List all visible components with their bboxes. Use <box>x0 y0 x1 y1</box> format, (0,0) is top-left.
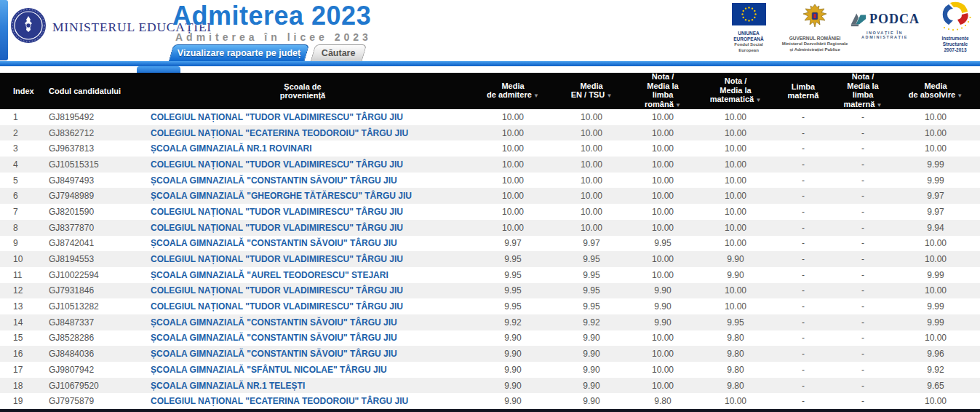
cell-code: GJ8497493 <box>40 173 136 189</box>
footer-bar <box>0 409 980 412</box>
cell-school: ȘCOALA GIMNAZIALĂ "GHEORGHE TĂTĂRESCU" T… <box>136 188 469 204</box>
school-link[interactable]: COLEGIUL NAȚIONAL "TUDOR VLADIMIRESCU" T… <box>151 207 403 217</box>
cell-value: - <box>834 220 891 236</box>
cell-value: 9.99 <box>891 157 980 173</box>
table-row: 16GJ8484036ȘCOALA GIMNAZIALĂ "CONSTANTIN… <box>0 346 980 362</box>
school-link[interactable]: COLEGIUL NAȚIONAL "TUDOR VLADIMIRESCU" T… <box>151 159 403 170</box>
cell-value: 9.95 <box>557 298 626 314</box>
cell-value: 9.99 <box>891 173 980 189</box>
eu-flag-icon <box>732 3 766 25</box>
cell-code: GJ9807942 <box>40 362 136 378</box>
cell-value: - <box>772 346 834 362</box>
school-link[interactable]: COLEGIUL NAȚIONAL "TUDOR VLADIMIRESCU" T… <box>151 223 403 233</box>
cell-value: 9.90 <box>469 346 557 362</box>
column-header-nota-media-limba-romana[interactable]: Nota /Media lalimbaromână ▼ <box>626 73 699 109</box>
cell-value: 10.00 <box>557 109 626 125</box>
sort-arrow-icon: ▼ <box>532 92 539 99</box>
cell-value: 9.95 <box>469 283 557 299</box>
cell-code: GJ8742041 <box>40 236 136 252</box>
podca-icon <box>850 10 867 28</box>
school-link[interactable]: ȘCOALA GIMNAZIALĂ "CONSTANTIN SĂVOIU" TÂ… <box>151 175 397 186</box>
school-link[interactable]: ȘCOALA GIMNAZIALĂ "GHEORGHE TĂTĂRESCU" T… <box>151 191 412 201</box>
column-header-limba-materna: Limbamaternă <box>772 73 834 109</box>
cell-code: GJ8194553 <box>40 251 136 267</box>
cell-value: 9.97 <box>557 236 626 252</box>
cell-value: 10.00 <box>891 125 980 141</box>
cell-value: 10.00 <box>699 236 772 252</box>
cell-value: 9.65 <box>891 378 980 394</box>
structural-instruments-icon <box>939 0 972 31</box>
school-link[interactable]: COLEGIUL NAȚIONAL "ECATERINA TEODOROIU" … <box>151 396 408 406</box>
cell-value: 10.00 <box>699 188 772 204</box>
cell-index: 18 <box>0 378 40 394</box>
page-title: Admiterea 2023 <box>172 1 371 31</box>
school-link[interactable]: ȘCOALA GIMNAZIALĂ "AUREL TEODORESCU" STE… <box>151 270 389 280</box>
school-link[interactable]: COLEGIUL NAȚIONAL "TUDOR VLADIMIRESCU" T… <box>151 112 403 122</box>
cell-value: - <box>772 378 834 394</box>
cell-value: 9.90 <box>626 283 699 299</box>
cell-value: 10.00 <box>699 393 772 409</box>
left-accent-bar <box>0 0 8 60</box>
school-link[interactable]: ȘCOALA GIMNAZIALĂ NR.1 TELEȘTI <box>151 381 305 391</box>
tab-vizualizare-rapoarte[interactable]: Vizualizare rapoarte pe județ <box>169 44 310 61</box>
gov-logo-caption3: și Administrației Publice <box>781 47 848 53</box>
cell-value: 10.00 <box>469 204 557 220</box>
column-header-media-de-admitere[interactable]: Mediade admitere ▼ <box>469 73 557 109</box>
tab-cautare[interactable]: Căutare <box>311 44 367 61</box>
cell-school: ȘCOALA GIMNAZIALĂ NR.1 ROVINARI <box>136 140 469 157</box>
cell-value: - <box>834 157 891 173</box>
school-link[interactable]: COLEGIUL NAȚIONAL "TUDOR VLADIMIRESCU" T… <box>151 301 403 312</box>
cell-value: 10.00 <box>699 220 772 236</box>
school-link[interactable]: COLEGIUL NAȚIONAL "TUDOR VLADIMIRESCU" T… <box>151 254 403 264</box>
column-header-nota-media-limba-materna[interactable]: Nota /Media lalimbamaternă ▼ <box>834 73 891 109</box>
sort-arrow-icon: ▼ <box>674 102 681 108</box>
school-link[interactable]: ȘCOALA GIMNAZIALĂ "CONSTANTIN SĂVOIU" TÂ… <box>151 317 397 328</box>
cell-value: 9.90 <box>557 346 626 362</box>
school-link[interactable]: ȘCOALA GIMNAZIALĂ "CONSTANTIN SĂVOIU" TÂ… <box>151 349 397 359</box>
cell-value: 10.00 <box>626 140 699 157</box>
cell-school: COLEGIUL NAȚIONAL "TUDOR VLADIMIRESCU" T… <box>136 157 469 173</box>
school-link[interactable]: ȘCOALA GIMNAZIALĂ NR.1 ROVINARI <box>151 143 312 154</box>
cell-index: 16 <box>0 346 40 362</box>
gov-logo-caption2: Ministerul Dezvoltării Regionale <box>781 41 848 47</box>
structural-logo-caption2: 2007-2013 <box>931 47 979 53</box>
hidden-control-peek <box>137 66 180 73</box>
cell-value: - <box>772 362 834 378</box>
cell-value: 9.96 <box>891 346 980 362</box>
column-header-media-de-absolvire[interactable]: Mediade absolvire ▼ <box>891 73 980 109</box>
cell-index: 15 <box>0 330 40 346</box>
cell-value: 9.80 <box>626 393 699 409</box>
cell-value: 9.90 <box>557 378 626 394</box>
cell-value: 10.00 <box>891 236 980 252</box>
cell-school: COLEGIUL NAȚIONAL "ECATERINA TEODOROIU" … <box>136 125 469 141</box>
cell-code: GJ8528286 <box>40 330 136 346</box>
eu-logo-caption2: Fondul Social European <box>726 42 771 53</box>
cell-value: 10.00 <box>469 173 557 189</box>
cell-value: - <box>772 220 834 236</box>
cell-value: 9.90 <box>699 251 772 267</box>
table-row: 14GJ8487337ȘCOALA GIMNAZIALĂ "CONSTANTIN… <box>0 314 980 330</box>
cell-code: GJ7975879 <box>40 393 136 409</box>
cell-value: 9.90 <box>557 393 626 409</box>
school-link[interactable]: ȘCOALA GIMNAZIALĂ "SFÂNTUL NICOLAE" TÂRG… <box>151 365 387 375</box>
cell-value: 10.00 <box>626 173 699 189</box>
school-link[interactable]: COLEGIUL NAȚIONAL "TUDOR VLADIMIRESCU" T… <box>151 285 403 296</box>
column-header-nota-media-matematica[interactable]: Nota /Media lamatematică ▼ <box>699 73 772 109</box>
cell-value: 10.00 <box>557 140 626 157</box>
podca-logo-block: PODCA INOVAȚIE ÎN ADMINISTRAȚIE <box>850 10 920 39</box>
cell-value: - <box>834 393 891 409</box>
school-link[interactable]: ȘCOALA GIMNAZIALĂ "CONSTANTIN SĂVOIU" TÂ… <box>151 238 397 248</box>
cell-code: GJ8362712 <box>40 125 136 141</box>
table-row: 11GJ10022594ȘCOALA GIMNAZIALĂ "AUREL TEO… <box>0 267 980 283</box>
cell-code: GJ10513282 <box>40 298 136 314</box>
cell-value: 10.00 <box>699 204 772 220</box>
cell-value: 9.95 <box>557 283 626 299</box>
cell-index: 12 <box>0 283 40 299</box>
cell-code: GJ8201590 <box>40 204 136 220</box>
school-link[interactable]: ȘCOALA GIMNAZIALĂ "CONSTANTIN SĂVOIU" TÂ… <box>151 333 397 343</box>
column-header-media-en-tsu[interactable]: MediaEN / TSU ▼ <box>557 73 626 109</box>
cell-value: 9.94 <box>891 220 980 236</box>
structural-logo-caption: Instrumente Structurale <box>931 36 979 47</box>
tab-cautare-label: Căutare <box>322 48 356 58</box>
school-link[interactable]: COLEGIUL NAȚIONAL "ECATERINA TEODOROIU" … <box>151 128 408 138</box>
